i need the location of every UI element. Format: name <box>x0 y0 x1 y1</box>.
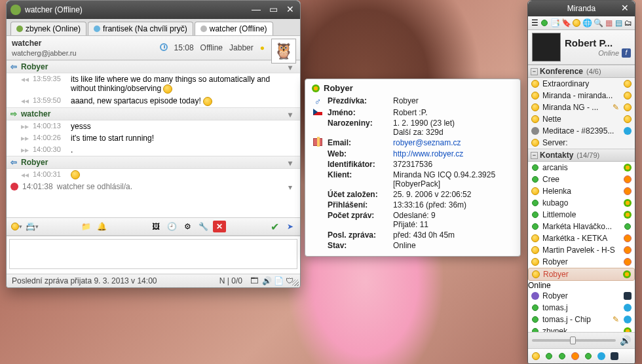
list-item[interactable]: Cree <box>528 173 635 185</box>
contact-header: watcher watcherg@jabber.ru 15:08 Offline… <box>7 36 300 60</box>
list-item[interactable]: tomas.j - Chip✎ <box>528 314 635 325</box>
close-button[interactable]: ✕ <box>284 5 296 15</box>
contact-name: Markétka - KETKA <box>542 234 620 243</box>
resize-grip[interactable] <box>292 280 299 286</box>
windows-icon[interactable]: 🗔 <box>250 276 259 285</box>
protocol-icon <box>624 164 632 172</box>
message-text: it's time to start running! <box>71 134 296 143</box>
list-item[interactable]: Robyer <box>528 256 635 268</box>
collapse-icon[interactable]: − <box>531 68 538 75</box>
tool-button[interactable]: 🗂 <box>624 18 632 27</box>
proto-status-icon[interactable] <box>557 351 567 361</box>
list-item[interactable]: Meditace - #82395... <box>528 125 635 137</box>
send-button[interactable]: ➤ <box>284 221 296 232</box>
history-button[interactable]: 🕘 <box>166 221 178 232</box>
image-button[interactable]: 🖼 <box>150 221 162 232</box>
globe-button[interactable]: 🌐 <box>582 18 592 27</box>
proto-status-icon[interactable] <box>570 351 580 361</box>
addressbook-button[interactable]: 📇▾ <box>26 221 38 232</box>
list-item[interactable]: kubago <box>528 197 635 209</box>
chat-titlebar[interactable]: watcher (Offline) — ▭ ✕ <box>7 1 300 19</box>
outgoing-icon <box>10 109 18 118</box>
miranda-titlebar[interactable]: Miranda ✕ <box>528 1 635 16</box>
list-item[interactable]: Server: <box>528 137 635 149</box>
sound-icon[interactable]: 🔊 <box>262 276 271 285</box>
folder-button[interactable]: 📁 <box>81 221 92 232</box>
list-item[interactable]: Extraordinary <box>528 78 635 90</box>
collapse-icon[interactable]: ▾ <box>288 158 296 166</box>
list-item[interactable]: Nette <box>528 113 635 125</box>
tool-button[interactable] <box>573 18 580 27</box>
chevron-icon: ◂◂ <box>21 96 29 106</box>
proto-status-icon[interactable] <box>531 351 541 361</box>
contact-substatus: Online <box>528 281 635 290</box>
list-item[interactable]: Littlemole <box>528 209 635 221</box>
volume-row: 🔊 <box>528 332 635 348</box>
tab-watcher[interactable]: watcher (Offline) <box>195 22 273 35</box>
kontakty-list[interactable]: arcanisCreeHelenkakubagoLittlemoleMarkét… <box>528 162 635 332</box>
contact-name: tomas.j - Chip <box>542 315 609 324</box>
group-header-konference[interactable]: − Konference (4/6) <box>528 65 635 78</box>
list-item[interactable]: zbynek <box>528 325 635 332</box>
proto-status-icon[interactable] <box>596 351 607 361</box>
list-item[interactable]: arcanis <box>528 162 635 173</box>
presence-icon <box>531 246 539 254</box>
contact-status: Offline <box>200 43 223 52</box>
collapse-icon[interactable]: ▾ <box>288 183 296 191</box>
tool-button[interactable]: 📑 <box>550 18 559 27</box>
send-ok-button[interactable]: ✔ <box>269 221 280 232</box>
profile-panel[interactable]: Robert P... Onlinef <box>528 30 635 65</box>
list-item[interactable]: Helenka <box>528 185 635 197</box>
settings-button[interactable]: ⚙ <box>181 221 193 232</box>
chat-window: watcher (Offline) — ▭ ✕ zbynek (Online) … <box>6 0 301 288</box>
menu-button[interactable]: ☰ <box>531 18 538 27</box>
message-text: aaand, new spartacus episode today! <box>71 96 296 106</box>
web-link[interactable]: http://www.robyer.cz <box>392 149 514 159</box>
proto-status-icon[interactable] <box>544 351 554 361</box>
message-input[interactable] <box>9 239 297 269</box>
volume-icon[interactable]: 🔊 <box>620 335 631 346</box>
list-item[interactable]: tomas.j <box>528 302 635 314</box>
presence-icon <box>532 223 538 230</box>
group-header-kontakty[interactable]: − Kontakty (14/79) <box>528 149 635 162</box>
tool-button[interactable]: 🔖 <box>561 18 571 27</box>
tool-button[interactable]: ▤ <box>614 18 622 27</box>
list-item[interactable]: Miranda NG - ...✎ <box>528 101 635 113</box>
collapse-icon[interactable]: ▾ <box>288 110 296 118</box>
log-icon[interactable]: 📄 <box>274 276 283 285</box>
list-item[interactable]: Markétka - KETKA <box>528 232 635 244</box>
proto-status-icon[interactable] <box>583 351 594 361</box>
tool-button[interactable]: 🔧 <box>197 221 209 232</box>
email-link[interactable]: robyer@seznam.cz <box>392 137 514 149</box>
bell-button[interactable]: 🔔 <box>96 221 108 232</box>
volume-slider[interactable] <box>532 339 616 342</box>
message-area[interactable]: Robyer▾ ◂◂13:59:35its like life where we… <box>7 60 300 217</box>
maximize-button[interactable]: ▭ <box>267 5 279 15</box>
proto-status-icon[interactable] <box>609 351 620 361</box>
list-item[interactable]: Robyer <box>528 268 635 281</box>
list-item[interactable]: Martin Pavelek - H-S <box>528 244 635 256</box>
collapse-icon[interactable]: − <box>531 152 538 159</box>
search-button[interactable]: 🔍 <box>594 18 603 27</box>
collapse-icon[interactable]: ▾ <box>288 63 296 71</box>
list-item[interactable]: Miranda - miranda... <box>528 90 635 101</box>
incoming-icon <box>10 158 18 167</box>
protocol-icon <box>624 304 632 312</box>
minimize-button[interactable]: — <box>250 5 262 15</box>
gender-icon: ♂ <box>314 96 322 107</box>
miranda-statusbar <box>528 348 635 363</box>
contact-name: Markéta Hlaváčko... <box>542 222 620 231</box>
tab-zbynek[interactable]: zbynek (Online) <box>10 22 86 35</box>
list-item[interactable]: Robyer <box>528 290 635 302</box>
message-group: watcher▾ ▸▸14:00:13yesss ▸▸14:00:26it's … <box>7 107 300 156</box>
contact-name: Littlemole <box>542 210 620 219</box>
status-button[interactable] <box>540 18 548 27</box>
tab-frantisek[interactable]: frantisek (Na chvíli pryč) <box>88 22 193 35</box>
protocol-icon <box>312 84 320 92</box>
tool-button[interactable]: ▦ <box>605 18 613 27</box>
list-item[interactable]: Markéta Hlaváčko... <box>528 221 635 232</box>
emoticon-button[interactable]: ▾ <box>10 221 22 232</box>
close-button[interactable]: ✕ <box>619 3 631 14</box>
timestamp: 13:59:35 <box>33 75 67 94</box>
close-tab-button[interactable]: ✕ <box>213 221 226 232</box>
